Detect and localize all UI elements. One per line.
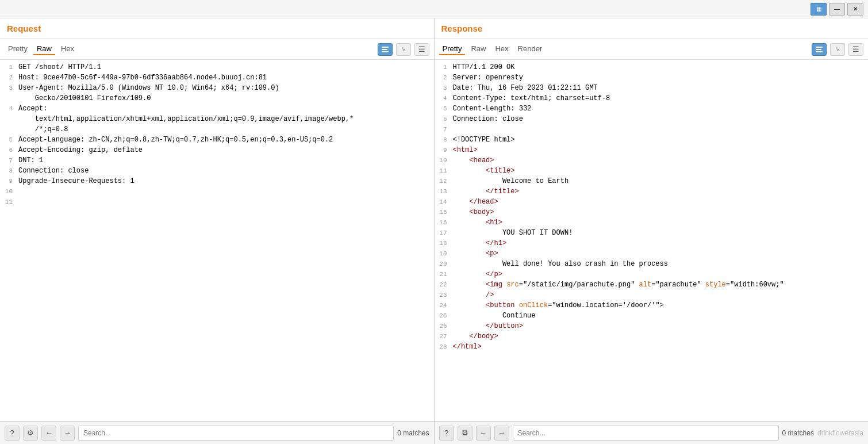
- line-content: YOU SHOT IT DOWN!: [453, 228, 869, 238]
- line-content: <h1>: [453, 217, 869, 228]
- response-help-btn[interactable]: ?: [439, 426, 454, 441]
- line-content: GET /shoot/ HTTP/1.1: [18, 62, 434, 72]
- request-back-btn[interactable]: ←: [41, 426, 56, 441]
- line-number: 2: [435, 72, 453, 83]
- request-settings-btn[interactable]: ⚙: [23, 426, 38, 441]
- table-row: 19 <p>: [435, 248, 869, 259]
- request-menu-btn[interactable]: ☰: [414, 43, 429, 56]
- line-number: 10: [0, 186, 18, 197]
- layout-btn-close[interactable]: ✕: [847, 3, 863, 16]
- table-row: 22 <img src="/static/img/parachute.png" …: [435, 280, 869, 290]
- table-row: 17 YOU SHOT IT DOWN!: [435, 228, 869, 238]
- top-bar: ▦ — ✕: [0, 0, 868, 18]
- response-menu-btn[interactable]: ☰: [848, 43, 863, 56]
- response-wrap-btn[interactable]: [812, 43, 827, 56]
- table-row: 4Accept:: [0, 104, 434, 114]
- bottom-bar: ? ⚙ ← → 0 matches ? ⚙ ← → 0 matches drin…: [0, 421, 868, 444]
- tab-response-render[interactable]: Render: [514, 43, 546, 55]
- response-ln-btn[interactable]: ᴵₙ: [830, 43, 845, 56]
- response-back-btn[interactable]: ←: [476, 426, 491, 441]
- line-content: Server: openresty: [453, 72, 869, 83]
- line-content: <body>: [453, 207, 869, 217]
- tab-request-pretty[interactable]: Pretty: [5, 43, 31, 55]
- line-content: Content-Type: text/html; charset=utf-8: [453, 93, 869, 104]
- line-content: </button>: [453, 321, 869, 331]
- table-row: 11: [0, 197, 434, 207]
- line-number: 19: [435, 248, 453, 259]
- response-search-input[interactable]: [513, 426, 779, 441]
- tab-request-hex[interactable]: Hex: [57, 43, 78, 55]
- line-content: </head>: [453, 197, 869, 207]
- request-matches: 0 matches: [397, 429, 429, 437]
- line-content: <head>: [453, 155, 869, 166]
- request-search-input[interactable]: [78, 426, 394, 441]
- request-forward-btn[interactable]: →: [60, 426, 75, 441]
- tab-response-raw[interactable]: Raw: [467, 43, 489, 55]
- request-tabs: Pretty Raw Hex: [5, 43, 378, 55]
- line-content: <!DOCTYPE html>: [453, 135, 869, 145]
- line-number: 16: [435, 217, 453, 228]
- line-number: 10: [435, 155, 453, 166]
- response-pane: Response Pretty Raw Hex Render ᴵₙ ☰: [435, 18, 869, 421]
- table-row: 25 Continue: [435, 311, 869, 321]
- table-row: 2Host: 9cee47b0-5c6f-449a-97b0-6df336aab…: [0, 72, 434, 83]
- table-row: 13 </title>: [435, 186, 869, 197]
- request-tabs-bar: Pretty Raw Hex ᴵₙ ☰: [0, 39, 434, 60]
- response-settings-btn[interactable]: ⚙: [458, 426, 473, 441]
- svg-rect-2: [382, 51, 389, 52]
- line-content: <p>: [453, 248, 869, 259]
- table-row: 2Server: openresty: [435, 72, 869, 83]
- tab-response-pretty[interactable]: Pretty: [439, 43, 466, 55]
- request-code-area[interactable]: 1GET /shoot/ HTTP/1.12Host: 9cee47b0-5c6…: [0, 60, 434, 421]
- line-number: 18: [435, 238, 453, 248]
- table-row: 26 </button>: [435, 321, 869, 331]
- request-wrap-btn[interactable]: [378, 43, 393, 56]
- line-content: Content-Length: 332: [453, 104, 869, 114]
- request-pane: Request Pretty Raw Hex ᴵₙ ☰ 1GET /: [0, 18, 435, 421]
- svg-rect-5: [816, 51, 823, 52]
- layout-btn-minimize[interactable]: —: [829, 3, 845, 16]
- response-forward-btn[interactable]: →: [494, 426, 509, 441]
- request-tab-actions: ᴵₙ ☰: [378, 43, 429, 56]
- layout-btn-split[interactable]: ▦: [811, 3, 827, 16]
- table-row: 11 <title>: [435, 166, 869, 176]
- request-help-btn[interactable]: ?: [5, 426, 20, 441]
- line-content: User-Agent: Mozilla/5.0 (Windows NT 10.0…: [18, 83, 434, 93]
- line-content: Connection: close: [453, 114, 869, 124]
- line-number: 28: [435, 342, 453, 352]
- svg-rect-4: [816, 49, 821, 50]
- line-number: 4: [435, 93, 453, 104]
- line-number: 5: [0, 135, 18, 145]
- line-content: </h1>: [453, 238, 869, 248]
- line-number: 11: [0, 197, 18, 207]
- response-code-area[interactable]: 1HTTP/1.1 200 OK2Server: openresty3Date:…: [435, 60, 869, 421]
- table-row: 7: [435, 124, 869, 135]
- response-matches: 0 matches: [782, 429, 814, 437]
- table-row: 10 <head>: [435, 155, 869, 166]
- line-number: 12: [435, 176, 453, 186]
- table-row: 3User-Agent: Mozilla/5.0 (Windows NT 10.…: [0, 83, 434, 93]
- line-number: 15: [435, 207, 453, 217]
- tab-response-hex[interactable]: Hex: [491, 43, 512, 55]
- line-content: </title>: [453, 186, 869, 197]
- table-row: 10: [0, 186, 434, 197]
- table-row: /*;q=0.8: [0, 124, 434, 135]
- line-content: Date: Thu, 16 Feb 2023 01:22:11 GMT: [453, 83, 869, 93]
- table-row: 14 </head>: [435, 197, 869, 207]
- line-content: </body>: [453, 331, 869, 342]
- line-number: 6: [0, 145, 18, 155]
- request-ln-btn[interactable]: ᴵₙ: [396, 43, 411, 56]
- svg-rect-1: [382, 49, 387, 50]
- watermark: drinkflowerasia: [817, 429, 863, 437]
- table-row: 3Date: Thu, 16 Feb 2023 01:22:11 GMT: [435, 83, 869, 93]
- line-content: Well done! You also crash in the process: [453, 259, 869, 269]
- tab-request-raw[interactable]: Raw: [33, 43, 55, 55]
- line-content: /*;q=0.8: [18, 124, 434, 135]
- line-number: 23: [435, 290, 453, 300]
- table-row: 16 <h1>: [435, 217, 869, 228]
- table-row: 1HTTP/1.1 200 OK: [435, 62, 869, 72]
- line-number: 14: [435, 197, 453, 207]
- table-row: 5Content-Length: 332: [435, 104, 869, 114]
- line-number: 3: [0, 83, 18, 93]
- line-content: Accept-Encoding: gzip, deflate: [18, 145, 434, 155]
